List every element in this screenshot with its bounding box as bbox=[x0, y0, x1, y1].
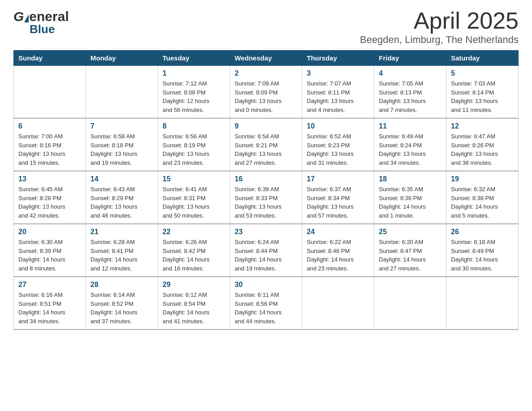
calendar-cell: 17Sunrise: 6:37 AM Sunset: 8:34 PM Dayli… bbox=[302, 171, 374, 224]
day-number: 13 bbox=[18, 175, 81, 183]
calendar-cell: 28Sunrise: 6:14 AM Sunset: 8:52 PM Dayli… bbox=[86, 277, 158, 330]
logo-g: G bbox=[13, 9, 24, 24]
calendar-cell bbox=[86, 66, 158, 119]
calendar-header-sunday: Sunday bbox=[14, 51, 86, 66]
calendar-header-monday: Monday bbox=[86, 51, 158, 66]
day-number: 30 bbox=[235, 281, 297, 289]
calendar-week-row: 1Sunrise: 7:12 AM Sunset: 8:08 PM Daylig… bbox=[14, 66, 519, 119]
calendar-week-row: 27Sunrise: 6:16 AM Sunset: 8:51 PM Dayli… bbox=[14, 277, 519, 330]
logo-eneral: eneral bbox=[29, 9, 69, 24]
day-number: 17 bbox=[307, 175, 369, 183]
day-info: Sunrise: 6:22 AM Sunset: 8:46 PM Dayligh… bbox=[307, 238, 369, 273]
day-number: 4 bbox=[379, 69, 442, 77]
day-number: 12 bbox=[451, 122, 514, 130]
calendar-week-row: 6Sunrise: 7:00 AM Sunset: 8:16 PM Daylig… bbox=[14, 118, 519, 171]
calendar-header-tuesday: Tuesday bbox=[158, 51, 230, 66]
calendar-cell: 20Sunrise: 6:30 AM Sunset: 8:39 PM Dayli… bbox=[14, 224, 86, 277]
day-number: 10 bbox=[307, 122, 369, 130]
day-number: 29 bbox=[163, 281, 225, 289]
calendar-header-row: SundayMondayTuesdayWednesdayThursdayFrid… bbox=[14, 51, 519, 66]
day-number: 5 bbox=[451, 69, 514, 77]
calendar-cell: 13Sunrise: 6:45 AM Sunset: 8:28 PM Dayli… bbox=[14, 171, 86, 224]
calendar-cell: 6Sunrise: 7:00 AM Sunset: 8:16 PM Daylig… bbox=[14, 118, 86, 171]
calendar-header-friday: Friday bbox=[374, 51, 446, 66]
calendar-cell: 19Sunrise: 6:32 AM Sunset: 8:38 PM Dayli… bbox=[446, 171, 519, 224]
calendar-cell: 14Sunrise: 6:43 AM Sunset: 8:29 PM Dayli… bbox=[86, 171, 158, 224]
day-info: Sunrise: 6:45 AM Sunset: 8:28 PM Dayligh… bbox=[18, 185, 81, 220]
calendar-cell: 3Sunrise: 7:07 AM Sunset: 8:11 PM Daylig… bbox=[302, 66, 374, 119]
day-number: 27 bbox=[18, 281, 81, 289]
day-number: 21 bbox=[90, 228, 153, 236]
location-title: Beegden, Limburg, The Netherlands bbox=[360, 34, 519, 46]
day-info: Sunrise: 6:11 AM Sunset: 8:56 PM Dayligh… bbox=[235, 291, 297, 325]
calendar-cell: 21Sunrise: 6:28 AM Sunset: 8:41 PM Dayli… bbox=[86, 224, 158, 277]
calendar-week-row: 13Sunrise: 6:45 AM Sunset: 8:28 PM Dayli… bbox=[14, 171, 519, 224]
calendar-cell: 2Sunrise: 7:09 AM Sunset: 8:09 PM Daylig… bbox=[230, 66, 302, 119]
day-info: Sunrise: 6:52 AM Sunset: 8:23 PM Dayligh… bbox=[307, 132, 369, 167]
day-info: Sunrise: 6:47 AM Sunset: 8:26 PM Dayligh… bbox=[451, 132, 514, 167]
calendar-table: SundayMondayTuesdayWednesdayThursdayFrid… bbox=[13, 50, 519, 330]
day-number: 16 bbox=[235, 175, 297, 183]
day-number: 11 bbox=[379, 122, 442, 130]
calendar-cell: 18Sunrise: 6:35 AM Sunset: 8:36 PM Dayli… bbox=[374, 171, 446, 224]
day-number: 28 bbox=[90, 281, 153, 289]
day-info: Sunrise: 6:56 AM Sunset: 8:19 PM Dayligh… bbox=[163, 132, 225, 167]
day-info: Sunrise: 6:26 AM Sunset: 8:42 PM Dayligh… bbox=[163, 238, 225, 273]
calendar-cell: 26Sunrise: 6:18 AM Sunset: 8:49 PM Dayli… bbox=[446, 224, 519, 277]
day-number: 22 bbox=[163, 228, 225, 236]
day-info: Sunrise: 6:37 AM Sunset: 8:34 PM Dayligh… bbox=[307, 185, 369, 220]
calendar-cell: 29Sunrise: 6:12 AM Sunset: 8:54 PM Dayli… bbox=[158, 277, 230, 330]
day-info: Sunrise: 7:05 AM Sunset: 8:13 PM Dayligh… bbox=[379, 79, 442, 114]
day-number: 25 bbox=[379, 228, 442, 236]
title-section: April 2025 Beegden, Limburg, The Netherl… bbox=[360, 9, 519, 46]
day-info: Sunrise: 6:32 AM Sunset: 8:38 PM Dayligh… bbox=[451, 185, 514, 220]
day-info: Sunrise: 6:58 AM Sunset: 8:18 PM Dayligh… bbox=[90, 132, 153, 167]
day-info: Sunrise: 6:49 AM Sunset: 8:24 PM Dayligh… bbox=[379, 132, 442, 167]
day-info: Sunrise: 6:28 AM Sunset: 8:41 PM Dayligh… bbox=[90, 238, 153, 273]
day-number: 6 bbox=[18, 122, 81, 130]
day-number: 1 bbox=[163, 69, 225, 77]
logo-blue-text: Blue bbox=[30, 22, 55, 36]
calendar-cell: 8Sunrise: 6:56 AM Sunset: 8:19 PM Daylig… bbox=[158, 118, 230, 171]
calendar-cell: 4Sunrise: 7:05 AM Sunset: 8:13 PM Daylig… bbox=[374, 66, 446, 119]
day-number: 19 bbox=[451, 175, 514, 183]
day-info: Sunrise: 6:35 AM Sunset: 8:36 PM Dayligh… bbox=[379, 185, 442, 220]
day-number: 18 bbox=[379, 175, 442, 183]
calendar-cell: 30Sunrise: 6:11 AM Sunset: 8:56 PM Dayli… bbox=[230, 277, 302, 330]
day-info: Sunrise: 7:00 AM Sunset: 8:16 PM Dayligh… bbox=[18, 132, 81, 167]
day-info: Sunrise: 6:18 AM Sunset: 8:49 PM Dayligh… bbox=[451, 238, 514, 273]
calendar-cell: 16Sunrise: 6:39 AM Sunset: 8:33 PM Dayli… bbox=[230, 171, 302, 224]
day-info: Sunrise: 7:12 AM Sunset: 8:08 PM Dayligh… bbox=[163, 79, 225, 114]
day-number: 8 bbox=[163, 122, 225, 130]
calendar-cell: 11Sunrise: 6:49 AM Sunset: 8:24 PM Dayli… bbox=[374, 118, 446, 171]
day-info: Sunrise: 7:09 AM Sunset: 8:09 PM Dayligh… bbox=[235, 79, 297, 114]
calendar-cell: 23Sunrise: 6:24 AM Sunset: 8:44 PM Dayli… bbox=[230, 224, 302, 277]
day-info: Sunrise: 6:41 AM Sunset: 8:31 PM Dayligh… bbox=[163, 185, 225, 220]
calendar-cell bbox=[302, 277, 374, 330]
calendar-cell: 27Sunrise: 6:16 AM Sunset: 8:51 PM Dayli… bbox=[14, 277, 86, 330]
day-number: 3 bbox=[307, 69, 369, 77]
day-number: 9 bbox=[235, 122, 297, 130]
calendar-week-row: 20Sunrise: 6:30 AM Sunset: 8:39 PM Dayli… bbox=[14, 224, 519, 277]
day-info: Sunrise: 6:20 AM Sunset: 8:47 PM Dayligh… bbox=[379, 238, 442, 273]
day-number: 23 bbox=[235, 228, 297, 236]
day-number: 15 bbox=[163, 175, 225, 183]
calendar-cell: 1Sunrise: 7:12 AM Sunset: 8:08 PM Daylig… bbox=[158, 66, 230, 119]
day-number: 2 bbox=[235, 69, 297, 77]
day-info: Sunrise: 6:12 AM Sunset: 8:54 PM Dayligh… bbox=[163, 291, 225, 325]
calendar-cell: 25Sunrise: 6:20 AM Sunset: 8:47 PM Dayli… bbox=[374, 224, 446, 277]
day-info: Sunrise: 6:39 AM Sunset: 8:33 PM Dayligh… bbox=[235, 185, 297, 220]
calendar-header-saturday: Saturday bbox=[446, 51, 519, 66]
day-number: 7 bbox=[90, 122, 153, 130]
logo-triangle-icon bbox=[24, 14, 29, 22]
calendar-cell: 15Sunrise: 6:41 AM Sunset: 8:31 PM Dayli… bbox=[158, 171, 230, 224]
calendar-cell: 5Sunrise: 7:03 AM Sunset: 8:14 PM Daylig… bbox=[446, 66, 519, 119]
day-info: Sunrise: 6:43 AM Sunset: 8:29 PM Dayligh… bbox=[90, 185, 153, 220]
day-info: Sunrise: 7:03 AM Sunset: 8:14 PM Dayligh… bbox=[451, 79, 514, 114]
day-info: Sunrise: 6:16 AM Sunset: 8:51 PM Dayligh… bbox=[18, 291, 81, 325]
month-title: April 2025 bbox=[360, 9, 519, 32]
page-header: G eneral Blue April 2025 Beegden, Limbur… bbox=[13, 9, 519, 46]
logo: G eneral Blue bbox=[13, 9, 69, 36]
calendar-cell bbox=[14, 66, 86, 119]
calendar-cell: 7Sunrise: 6:58 AM Sunset: 8:18 PM Daylig… bbox=[86, 118, 158, 171]
